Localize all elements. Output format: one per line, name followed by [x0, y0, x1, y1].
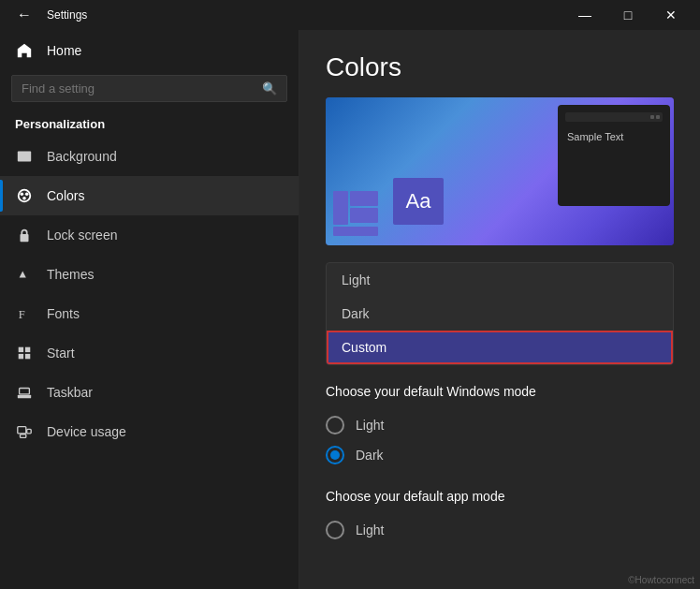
windows-mode-light[interactable]: Light [326, 410, 674, 440]
sidebar-item-colors[interactable]: Colors [0, 176, 299, 215]
svg-rect-8 [25, 347, 30, 352]
sidebar-item-fonts[interactable]: F Fonts [0, 294, 299, 333]
start-icon [15, 344, 34, 362]
preview-tiles [333, 191, 378, 236]
svg-rect-13 [18, 427, 26, 434]
back-button[interactable]: ← [11, 3, 37, 27]
maximize-button[interactable]: □ [606, 0, 649, 30]
dropdown-item-custom[interactable]: Custom [327, 331, 673, 364]
preview-tile [350, 208, 378, 223]
close-button[interactable]: ✕ [649, 0, 693, 30]
color-preview: Sample Text Aa [326, 97, 674, 245]
svg-rect-14 [27, 429, 32, 434]
sidebar-item-lock-screen[interactable]: Lock screen [0, 215, 299, 255]
device-usage-label: Device usage [47, 424, 126, 439]
minimize-button[interactable]: — [563, 0, 606, 30]
windows-mode-dark[interactable]: Dark [326, 440, 674, 470]
fonts-icon: F [15, 304, 34, 323]
svg-point-2 [21, 192, 24, 196]
preview-tile [350, 191, 378, 206]
dropdown-item-light[interactable]: Light [327, 263, 673, 297]
background-label: Background [47, 149, 117, 164]
preview-tile-row-2 [333, 227, 378, 236]
svg-rect-0 [18, 152, 31, 162]
sidebar-item-themes[interactable]: Themes [0, 255, 299, 294]
search-box[interactable]: 🔍 [11, 75, 287, 102]
window-controls: — □ ✕ [563, 0, 693, 30]
themes-label: Themes [47, 267, 95, 282]
lock-screen-icon [15, 226, 34, 244]
svg-rect-12 [20, 389, 30, 394]
svg-rect-5 [21, 234, 29, 242]
titlebar-left: ← Settings [11, 3, 87, 27]
app-light-radio[interactable] [326, 521, 344, 539]
sidebar-item-device-usage[interactable]: Device usage [0, 412, 299, 451]
preview-tile [333, 191, 348, 225]
windows-mode-title: Choose your default Windows mode [326, 384, 674, 399]
colors-label: Colors [47, 188, 84, 203]
sidebar-item-background[interactable]: Background [0, 137, 299, 176]
search-icon: 🔍 [262, 81, 277, 96]
start-label: Start [47, 346, 75, 361]
themes-icon [15, 265, 34, 284]
svg-rect-11 [18, 395, 31, 399]
taskbar-label: Taskbar [47, 385, 93, 400]
sidebar: Home 🔍 Personalization Background Colors… [0, 30, 299, 589]
device-usage-icon [15, 422, 34, 441]
svg-rect-10 [25, 354, 30, 359]
preview-dark-window: Sample Text [558, 105, 670, 206]
lock-screen-label: Lock screen [47, 228, 117, 243]
windows-light-label: Light [356, 418, 384, 433]
windows-mode-section: Choose your default Windows mode Light D… [326, 384, 674, 470]
svg-point-4 [22, 197, 26, 200]
search-input[interactable] [22, 81, 255, 96]
svg-text:F: F [19, 308, 25, 321]
taskbar-icon [15, 383, 34, 402]
watermark: ©Howtoconnect [628, 575, 694, 585]
sidebar-item-taskbar[interactable]: Taskbar [0, 373, 299, 412]
colors-icon [15, 186, 34, 205]
background-icon [15, 147, 34, 166]
windows-dark-radio[interactable] [326, 446, 344, 464]
app-light-label: Light [356, 523, 384, 537]
preview-tile-col [350, 191, 378, 225]
svg-rect-7 [19, 347, 23, 352]
section-label: Personalization [0, 110, 299, 137]
fonts-label: Fonts [47, 306, 80, 321]
home-label: Home [47, 43, 81, 58]
svg-point-3 [25, 192, 29, 196]
preview-dot-2 [656, 115, 660, 119]
preview-sample-text: Sample Text [565, 127, 663, 146]
dropdown-item-dark[interactable]: Dark [327, 297, 673, 331]
windows-dark-label: Dark [356, 448, 384, 463]
page-title: Colors [326, 52, 674, 82]
home-nav-item[interactable]: Home [0, 30, 299, 71]
svg-rect-9 [19, 354, 23, 359]
preview-dot-1 [650, 115, 654, 119]
windows-light-radio[interactable] [326, 416, 344, 434]
app-mode-light[interactable]: Light [326, 515, 674, 545]
preview-window-titlebar [565, 112, 663, 122]
app-mode-title: Choose your default app mode [326, 489, 674, 504]
titlebar: ← Settings — □ ✕ [0, 0, 700, 30]
app-mode-section: Choose your default app mode Light [326, 489, 674, 545]
preview-tile-row-1 [333, 191, 378, 225]
preview-aa-tile: Aa [393, 178, 444, 225]
main-layout: Home 🔍 Personalization Background Colors… [0, 30, 700, 589]
titlebar-title: Settings [47, 8, 87, 22]
mode-dropdown[interactable]: Light Dark Custom [326, 262, 674, 365]
sidebar-item-start[interactable]: Start [0, 333, 299, 373]
home-icon [15, 41, 34, 60]
preview-tile [333, 227, 378, 236]
content-area: Colors Sample Text [299, 30, 700, 589]
svg-rect-15 [21, 434, 26, 438]
